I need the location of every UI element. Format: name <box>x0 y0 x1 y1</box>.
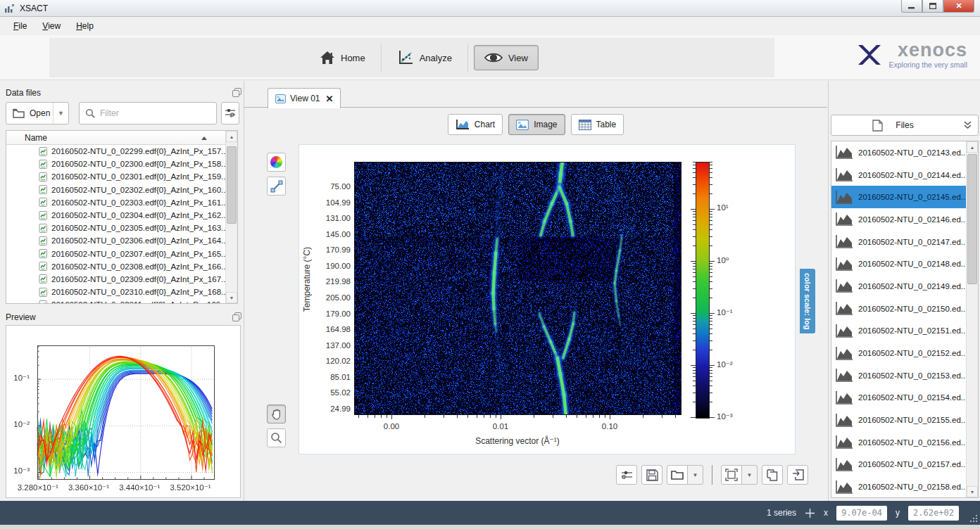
file-row[interactable]: 20160502-NTU_0_02309.edf{0}_AzInt_Px_167… <box>6 273 225 286</box>
colormap-button[interactable] <box>267 153 286 172</box>
image-file-row[interactable]: 20160502-NTU_0_02158.ed... <box>831 476 978 498</box>
image-file-row[interactable]: 20160502-NTU_0_02145.ed... <box>831 186 978 208</box>
minimize-button[interactable] <box>901 0 922 13</box>
profile-line-button[interactable] <box>267 177 286 196</box>
snapshot-dropdown-arrow[interactable]: ▼ <box>742 465 758 485</box>
scroll-up-icon[interactable]: ▲ <box>967 141 978 153</box>
file-row[interactable]: 20160502-NTU_0_02311.edf{0}_AzInt_Px_169… <box>6 298 225 303</box>
tab-view-01[interactable]: View 01 ✕ <box>268 88 341 108</box>
save-button[interactable] <box>641 465 662 485</box>
zoom-button[interactable] <box>267 428 286 447</box>
open-dropdown-arrow[interactable]: ▼ <box>53 103 68 124</box>
scroll-up-icon[interactable]: ▲ <box>226 131 237 142</box>
y-coord-value: 2.62e+02 <box>908 506 959 521</box>
scroll-down-icon[interactable]: ▼ <box>226 292 237 303</box>
pan-button[interactable] <box>267 404 286 423</box>
plot-options-button[interactable] <box>616 465 637 485</box>
file-row[interactable]: 20160502-NTU_0_02301.edf{0}_AzInt_Px_159… <box>6 170 225 183</box>
file-row[interactable]: 20160502-NTU_0_02310.edf{0}_AzInt_Px_168… <box>6 286 225 298</box>
menu-file[interactable]: File <box>7 19 33 33</box>
image-file-row[interactable]: 20160502-NTU_0_02152.ed... <box>831 342 978 364</box>
colorbar-tick <box>693 211 696 212</box>
image-file-row[interactable]: 20160502-NTU_0_02143.ed... <box>831 141 978 164</box>
file-name: 20160502-NTU_0_02307.edf{0}_AzInt_Px_165… <box>51 250 225 258</box>
image-file-row[interactable]: 20160502-NTU_0_02147.ed... <box>831 231 978 253</box>
y-tick-label: 55.02 <box>299 388 351 397</box>
file-doc-icon <box>39 274 48 283</box>
axis-tick <box>367 415 368 418</box>
image-file-row[interactable]: 20160502-NTU_0_02157.ed... <box>831 454 978 476</box>
image-file-row[interactable]: 20160502-NTU_0_02148.ed... <box>831 253 978 275</box>
image-file-icon <box>835 390 853 405</box>
colorbar-tick <box>710 402 712 402</box>
home-button[interactable]: Home <box>310 45 375 70</box>
colorbar-tick <box>710 272 712 273</box>
undock-icon[interactable] <box>232 312 241 321</box>
window-title: XSACT <box>20 4 48 13</box>
axis-tick <box>662 415 662 418</box>
view-button[interactable]: View <box>474 45 539 70</box>
file-row[interactable]: 20160502-NTU_0_02308.edf{0}_AzInt_Px_166… <box>6 260 225 273</box>
snapshot-region-button[interactable] <box>721 465 742 485</box>
image-file-row[interactable]: 20160502-NTU_0_02146.ed... <box>831 208 978 231</box>
resize-grip[interactable] <box>969 514 977 522</box>
scrollbar-thumb[interactable] <box>967 154 977 284</box>
colorbar-tick <box>710 220 712 221</box>
image-file-row[interactable]: 20160502-NTU_0_02153.ed... <box>831 364 978 387</box>
colorbar-tick <box>710 184 712 185</box>
table-mode-button[interactable]: Table <box>571 114 624 135</box>
undock-icon[interactable] <box>232 88 241 97</box>
maximize-button[interactable] <box>922 0 943 13</box>
image-file-row[interactable]: 20160502-NTU_0_02151.ed... <box>831 320 978 343</box>
analyze-button[interactable]: Analyze <box>387 44 462 71</box>
image-file-row[interactable]: 20160502-NTU_0_02144.ed... <box>831 164 978 186</box>
menu-view[interactable]: View <box>36 19 67 33</box>
color-scale-log-tab[interactable]: color scale: log <box>800 269 815 333</box>
file-row[interactable]: 20160502-NTU_0_02300.edf{0}_AzInt_Px_158… <box>6 158 225 170</box>
scroll-down-icon[interactable]: ▼ <box>967 486 978 497</box>
open-button[interactable]: Open ▼ <box>6 102 69 125</box>
menu-help[interactable]: Help <box>70 19 100 33</box>
colorbar-tick <box>710 224 712 225</box>
image-file-row[interactable]: 20160502-NTU_0_02155.ed... <box>831 409 978 431</box>
colorbar-tick <box>693 217 696 217</box>
file-row[interactable]: 20160502-NTU_0_02299.edf{0}_AzInt_Px_157… <box>6 145 225 158</box>
image-file-row[interactable]: 20160502-NTU_0_02156.ed... <box>831 431 978 454</box>
colorbar-tick <box>710 263 712 264</box>
copy-button[interactable] <box>762 465 783 485</box>
tab-close-icon[interactable]: ✕ <box>325 94 333 104</box>
file-row[interactable]: 20160502-NTU_0_02307.edf{0}_AzInt_Px_165… <box>6 248 225 260</box>
image-mode-button[interactable]: Image <box>508 114 565 135</box>
file-row[interactable]: 20160502-NTU_0_02304.edf{0}_AzInt_Px_162… <box>6 209 225 222</box>
data-files-title: Data files <box>6 88 41 98</box>
data-files-scrollbar[interactable]: ▲ ▼ <box>225 131 237 303</box>
axis-tick <box>605 415 605 418</box>
file-row[interactable]: 20160502-NTU_0_02305.edf{0}_AzInt_Px_163… <box>6 222 225 234</box>
file-name: 20160502-NTU_0_02309.edf{0}_AzInt_Px_167… <box>51 275 225 283</box>
heatmap-image[interactable] <box>354 162 681 415</box>
open-in-view-button[interactable] <box>667 465 688 485</box>
list-options-button[interactable] <box>221 102 239 125</box>
home-label: Home <box>341 53 365 63</box>
close-button[interactable]: ✕ <box>943 0 974 13</box>
open-dropdown-arrow[interactable]: ▼ <box>688 465 703 485</box>
image-file-row[interactable]: 20160502-NTU_0_02150.ed... <box>831 298 978 320</box>
export-button[interactable] <box>787 465 808 485</box>
scrollbar-thumb[interactable] <box>227 146 237 224</box>
axis-tick <box>391 415 392 419</box>
file-row[interactable]: 20160502-NTU_0_02306.edf{0}_AzInt_Px_164… <box>6 234 225 247</box>
image-file-name: 20160502-NTU_0_02158.ed... <box>858 483 967 491</box>
image-file-row[interactable]: 20160502-NTU_0_02154.ed... <box>831 387 978 409</box>
image-file-row[interactable]: 20160502-NTU_0_02149.ed... <box>831 275 978 298</box>
chart-mode-button[interactable]: Chart <box>448 114 503 135</box>
preview-y-tick-label: 10⁻¹ <box>1 373 30 383</box>
file-row[interactable]: 20160502-NTU_0_02302.edf{0}_AzInt_Px_160… <box>6 184 225 196</box>
y-axis-label: Temperature (°C) <box>302 247 312 312</box>
main-toolbar: Home Analyze View <box>0 35 980 80</box>
file-row[interactable]: 20160502-NTU_0_02303.edf{0}_AzInt_Px_161… <box>6 196 225 209</box>
name-column-header[interactable]: Name <box>6 131 225 145</box>
files-scrollbar[interactable]: ▲ ▼ <box>966 141 978 497</box>
view-mode-buttons: Chart Image Table <box>244 114 827 135</box>
filter-input[interactable] <box>100 108 211 118</box>
files-header-button[interactable]: Files <box>831 115 979 136</box>
